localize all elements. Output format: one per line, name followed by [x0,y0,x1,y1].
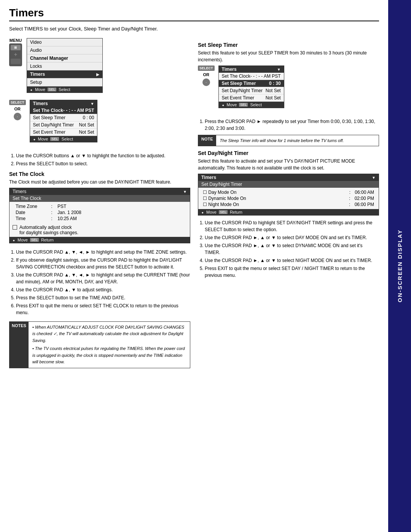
daynight-row-dynamic: ☐ Dynamic Mode On : 02:00 PM [203,195,374,201]
sel-box-t1: SEL [50,137,59,141]
sidebar-tab: ON-SCREEN DISPLAY [388,0,411,532]
move-label-clock: Move [18,238,28,242]
dn-day-label: ☐ Day Mode On [203,190,345,195]
dn-day-val: 06:00 AM [355,190,374,195]
return-label-dn: Return [230,210,242,214]
ck-date-label: Date [16,210,46,215]
daynight-subheader: Set Day/Night Timer [198,181,379,188]
dn-night-sep: : [347,202,352,207]
timers-dropdown-icon [91,101,94,106]
intro-text: Select TIMERS to set your Clock, Sleep T… [9,25,379,33]
main-menu-table: Video Audio Channel Manager Locks Timers… [27,38,103,93]
dn-day-sep: : [347,190,352,195]
daynight-row-night: ☐ Night Mode On : 06:00 PM [203,201,374,208]
list-item-1a: Use the CURSOR buttons ▲ or ▼ to highlig… [16,152,190,159]
daynight-instructions-list: Use the CURSOR PAD to highlight SET DAY/… [198,219,379,279]
timers-title-1: Timers [33,101,48,106]
note-content: The Sleep Timer info will show for 1 min… [216,135,348,146]
select-btn-1[interactable]: SELECT [9,100,26,105]
remote-plus: + [14,51,17,58]
move-arrows-sleep: ⬥ [222,102,225,107]
sleep-timer-menu-section: SELECT OR · Timers Set The Clock - - : -… [198,66,379,113]
sleep-footer: ⬥ Move SEL Select [219,102,284,108]
dn-inst-5: Press EXIT to quit the menu or select SE… [205,265,379,279]
daynight-row-day: ☐ Day Mode On : 06:00 AM [203,189,374,195]
ck-time-val: 10:25 AM [57,216,77,221]
numbered-list-1: Use the CURSOR buttons ▲ or ▼ to highlig… [9,152,190,167]
daynight-screen-title: Timers [201,175,216,180]
dot-btn-2[interactable]: · [202,78,210,86]
dn-inst-3: Use the CURSOR PAD ►, ▲ or ▼ to select D… [205,242,379,256]
daylight-checkbox[interactable] [13,225,17,230]
menu-item-audio[interactable]: Audio [27,46,102,54]
menu-item-timers[interactable]: Timers [27,70,102,78]
ck-date-val: Jan. 1 2008 [57,210,81,215]
sleep-event-value: Not Set [266,95,281,101]
sleep-daynight-label: Set Day/Night Timer [222,88,266,93]
sel-box: SEL [48,88,56,91]
note-label: NOTE [198,135,216,146]
ck-time-sep: : [49,216,54,221]
sleep-row-clock[interactable]: Set The Clock - - : - - AM PST [219,73,284,80]
remote-menu-btn[interactable]: ▦ [11,45,21,50]
timers-row-sleep[interactable]: Set Sleep Timer 0 : 00 [30,114,97,121]
timers-header-1: Timers [30,100,97,107]
clock-row-time: Time : 10:25 AM [16,216,184,222]
timers-clock-value: - - : - - AM PST [63,108,94,113]
clock-screen-title: Timers [13,189,26,194]
timers-submenu-section: SELECT OR · Timers Set The Clock - - : -… [9,100,190,148]
or-text-1: OR [14,107,21,111]
set-the-clock-heading: Set The Clock [9,171,190,177]
dn-dynamic-label: ☐ Dynamic Mode On [203,196,345,201]
daynight-heading: Set Day/Night Timer [198,150,379,156]
remote-body: ▦ + [9,43,22,66]
menu-item-channel[interactable]: Channel Manager [27,54,102,62]
menu-item-video[interactable]: Video [27,38,102,46]
sleep-timers-header: Timers [219,66,284,73]
page-title: Timers [9,7,379,21]
menu-item-setup[interactable]: Setup [27,78,102,86]
clock-inst-5: Press the SELECT button to set the TIME … [16,294,190,301]
dn-inst-1: Use the CURSOR PAD to highlight SET DAY/… [205,219,379,233]
menu-item-locks[interactable]: Locks [27,62,102,70]
ck-time-label: Time [16,216,46,221]
move-label-sleep: Move [227,102,237,107]
timers-row-daynight[interactable]: Set Day/Night Timer Not Set [30,121,97,129]
clock-inst-4: Use the CURSOR PAD ▲, ▼ to adjust settin… [16,286,190,293]
timers-row-clock[interactable]: Set The Clock - - : - - AM PST [30,107,97,114]
timers-row-event[interactable]: Set Event Timer Not Set [30,129,97,136]
move-arrows-icon-t1: ⬥ [33,137,36,141]
clock-subheader: Set The Clock [10,195,190,202]
note-1: • When AUTOMATICALLY ADJUST CLOCK FOR DA… [32,324,186,344]
sleep-inst-1: Press the CURSOR PAD ► repeatedly to set… [205,118,379,132]
timers-event-label: Set Event Timer [33,129,79,135]
select-btn-2[interactable]: SELECT [198,66,215,71]
clock-inst-2: If you observe daylight savings, use the… [16,257,190,270]
notes-content: • When AUTOMATICALLY ADJUST CLOCK FOR DA… [29,322,190,368]
select-label: Select [59,87,70,92]
sleep-daynight-value: Not Set [266,88,281,93]
notes-label: NOTES [10,322,29,368]
sleep-timers-submenu: Timers Set The Clock - - : - - AM PST Se… [218,66,284,108]
sleep-row-daynight[interactable]: Set Day/Night Timer Not Set [219,87,284,94]
return-label-clock: Return [41,238,54,242]
sleep-sleep-label: Set Sleep Timer [222,81,269,86]
sleep-clock-label: Set The Clock [222,73,250,79]
sleep-row-sleep[interactable]: Set Sleep Timer 0 : 30 [219,80,284,87]
set-the-clock-text: The Clock must be adjusted before you ca… [9,179,190,185]
select-label-sleep: Select [250,102,262,107]
timers-clock-label: Set The Clock [33,108,63,113]
clock-row-timezone: Time Zone : PST [16,203,184,209]
clock-body: Time Zone : PST Date : Jan. 1 2008 Time … [10,202,190,223]
ck-timezone-sep: : [49,204,54,209]
dot-btn-1[interactable]: · [14,113,21,120]
sleep-timers-title: Timers [222,67,237,72]
select-remote-2: SELECT OR · [198,66,215,86]
sleep-instructions-list: Press the CURSOR PAD ► repeatedly to set… [198,118,379,132]
list-item-1b: Press the SELECT button to select. [16,160,190,167]
clock-instructions-list: Use the CURSOR PAD ▲, ▼, ◄, ► to highlig… [9,249,190,316]
menu-section: MENU ▦ + Video Audio Channel Manager Loc… [9,38,190,93]
sleep-row-event[interactable]: Set Event Timer Not Set [219,94,284,102]
move-label: Move [35,87,45,92]
dn-dynamic-val: 02:00 PM [355,196,374,201]
